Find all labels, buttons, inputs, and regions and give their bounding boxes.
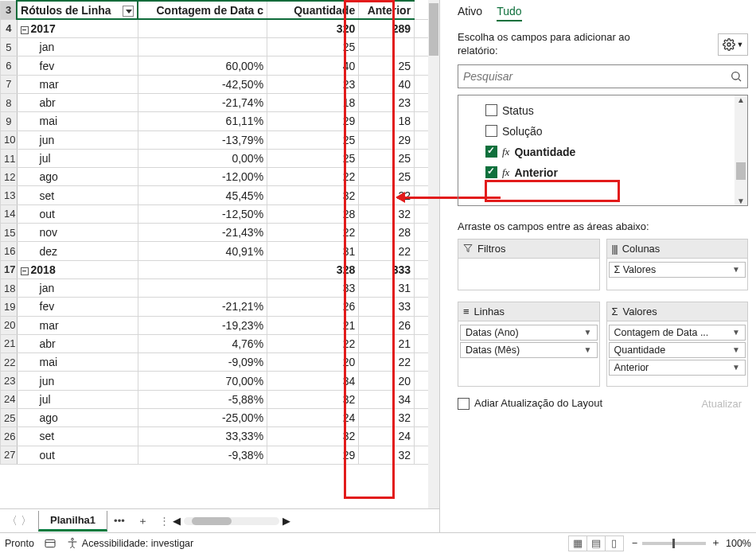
area-columns[interactable]: Σ Valores▼ <box>606 259 749 290</box>
svg-rect-4 <box>45 539 55 547</box>
view-normal-icon[interactable]: ▦ <box>568 535 587 551</box>
checkbox-icon[interactable] <box>485 146 497 158</box>
table-row[interactable]: 26 set33,33%3224 <box>1 427 439 446</box>
defer-update-checkbox[interactable]: Adiar Atualização do Layout <box>458 397 602 410</box>
table-row[interactable]: 21 abr4,76%2221 <box>1 334 439 352</box>
tablesheet-icon[interactable] <box>44 537 57 550</box>
row-labels-dropdown[interactable] <box>123 6 134 17</box>
update-button[interactable]: Atualizar <box>695 395 748 413</box>
sigma-icon: Σ <box>612 306 618 317</box>
table-row[interactable]: 7 mar-42,50%2340 <box>1 75 439 93</box>
area-values-header: Σ Valores <box>606 302 749 321</box>
vertical-scrollbar[interactable] <box>428 0 439 508</box>
svg-line-2 <box>738 79 741 81</box>
zoom-in-icon[interactable]: ＋ <box>711 536 721 550</box>
table-row[interactable]: 23 jun70,00%3420 <box>1 372 439 390</box>
values-item[interactable]: Anterior▼ <box>609 360 746 376</box>
settings-button[interactable]: ▼ <box>718 33 748 56</box>
collapse-icon[interactable]: − <box>21 267 29 275</box>
accessibility-text[interactable]: Acessibilidade: investigar <box>82 538 193 549</box>
field-anterior[interactable]: fx Anterior <box>485 162 744 183</box>
table-row[interactable]: 22 mai-9,09%2022 <box>1 353 439 372</box>
rows-icon: ≡ <box>463 306 470 317</box>
search-input-wrap[interactable] <box>458 64 748 88</box>
field-quantidade[interactable]: fx Quantidade <box>485 142 744 162</box>
zoom-slider[interactable] <box>642 542 706 545</box>
status-bar: Pronto Acessibilidade: investigar ▦ ▤ ▯ … <box>0 532 756 553</box>
accessibility-icon[interactable] <box>66 537 79 550</box>
rows-item[interactable]: Datas (Ano)▼ <box>460 325 598 341</box>
status-ready: Pronto <box>5 538 34 549</box>
sheet-more-icon[interactable]: ••• <box>107 515 131 527</box>
sheet-prev-icon[interactable]: 〈 <box>6 514 18 528</box>
search-input[interactable] <box>463 70 730 83</box>
svg-point-0 <box>727 43 731 46</box>
table-row[interactable]: 25 ago-25,00%2432 <box>1 409 439 427</box>
view-pagelayout-icon[interactable]: ▤ <box>586 535 606 551</box>
area-filters[interactable] <box>458 259 600 290</box>
fx-icon: fx <box>502 166 509 179</box>
horizontal-scrollbar[interactable] <box>184 517 279 525</box>
table-row[interactable]: 16 dez40,91%3122 <box>1 242 439 260</box>
table-row[interactable]: 24 jul-5,88%3234 <box>1 390 439 408</box>
svg-marker-3 <box>464 245 472 252</box>
columns-icon: ||| <box>612 243 618 255</box>
zoom-out-icon[interactable]: − <box>632 538 637 549</box>
table-row[interactable]: 6 fev60,00%4025 <box>1 56 439 75</box>
checkbox-icon[interactable] <box>485 125 497 137</box>
tab-tudo[interactable]: Tudo <box>497 5 521 21</box>
drag-instruction: Arraste os campos entre as áreas abaixo: <box>458 220 756 232</box>
pivot-grid[interactable]: 3 Rótulos de Linha Contagem de Data cQua… <box>0 0 439 508</box>
sheet-tab-active[interactable]: Planilha1 <box>38 511 107 532</box>
checkbox-icon[interactable] <box>485 104 497 116</box>
table-row[interactable]: 18 jan3331 <box>1 278 439 297</box>
field-status[interactable]: Status <box>485 100 744 121</box>
table-row[interactable]: 13 set45,45%3222 <box>1 186 439 204</box>
table-row[interactable]: 17 −2018 328333 <box>1 260 439 278</box>
hsep-icon: ⋮ <box>159 515 170 527</box>
zoom-value[interactable]: 100% <box>726 538 751 549</box>
svg-point-1 <box>732 72 739 79</box>
pivot-fields-panel: Ativo Tudo Escolha os campos para adicio… <box>440 0 756 532</box>
table-row[interactable]: 3 Rótulos de Linha Contagem de Data cQua… <box>1 1 439 19</box>
table-row[interactable]: 27 out-9,38%2932 <box>1 446 439 464</box>
filter-icon <box>463 243 473 253</box>
fx-icon: fx <box>502 146 509 158</box>
search-icon <box>730 70 742 83</box>
area-filters-header: Filtros <box>458 239 600 259</box>
gear-icon <box>723 38 735 51</box>
table-row[interactable]: 5 jan25 <box>1 38 439 56</box>
table-row[interactable]: 8 abr-21,74%1823 <box>1 93 439 111</box>
instruction-text: Escolha os campos para adicionar ao rela… <box>458 31 664 58</box>
fields-list[interactable]: Status Solução fx Quantidade fx Anterior… <box>458 95 748 206</box>
field-solução[interactable]: Solução <box>485 121 744 142</box>
table-row[interactable]: 15 nov-21,43%2228 <box>1 224 439 242</box>
values-item[interactable]: Contagem de Data ...▼ <box>609 325 746 341</box>
table-row[interactable]: 14 out-12,50%2832 <box>1 204 439 223</box>
hscroll-right-icon[interactable]: ▶ <box>283 515 290 527</box>
values-item[interactable]: Quantidade▼ <box>609 342 746 358</box>
sheet-add-icon[interactable]: ＋ <box>131 514 154 528</box>
checkbox-icon[interactable] <box>485 166 497 178</box>
columns-item[interactable]: Σ Valores▼ <box>609 262 746 278</box>
table-row[interactable]: 10 jun-13,79%2529 <box>1 130 439 149</box>
table-row[interactable]: 4 −2017 320289 <box>1 19 439 37</box>
svg-point-6 <box>72 538 74 540</box>
fields-scrollbar[interactable]: ▲▼ <box>735 95 747 205</box>
table-row[interactable]: 19 fev-21,21%2633 <box>1 298 439 316</box>
table-row[interactable]: 9 mai61,11%2918 <box>1 112 439 130</box>
collapse-icon[interactable]: − <box>21 26 29 34</box>
area-rows[interactable]: Datas (Ano)▼Datas (Mês)▼ <box>458 321 600 387</box>
hscroll-left-icon[interactable]: ◀ <box>173 515 181 527</box>
table-row[interactable]: 11 jul0,00%2525 <box>1 149 439 167</box>
sheet-next-icon[interactable]: 〉 <box>21 514 32 528</box>
area-columns-header: ||| Colunas <box>606 239 749 259</box>
view-pagebreak-icon[interactable]: ▯ <box>605 535 624 551</box>
table-row[interactable]: 12 ago-12,00%2225 <box>1 168 439 186</box>
area-rows-header: ≡ Linhas <box>458 302 600 321</box>
rows-item[interactable]: Datas (Mês)▼ <box>460 342 598 358</box>
table-row[interactable]: 20 mar-19,23%2126 <box>1 316 439 334</box>
tab-ativo[interactable]: Ativo <box>458 5 482 21</box>
area-values[interactable]: Contagem de Data ...▼Quantidade▼Anterior… <box>606 321 749 387</box>
